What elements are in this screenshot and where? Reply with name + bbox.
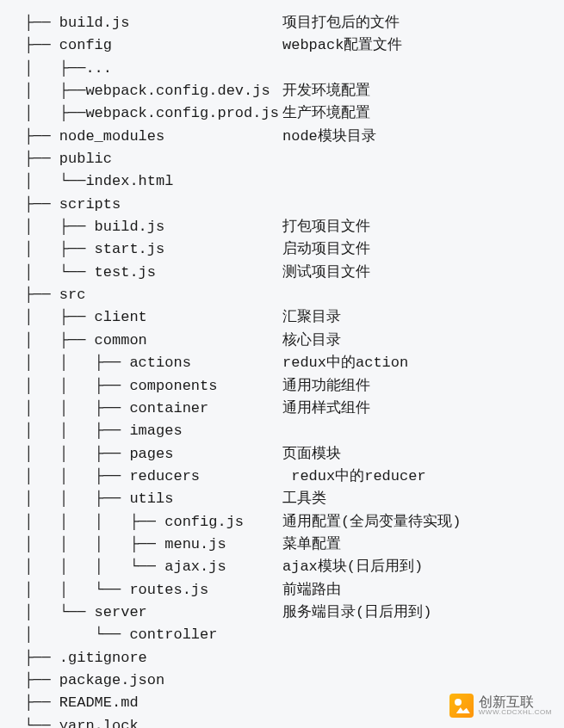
tree-path: ├── config [24,34,282,57]
tree-row: ├── node_modulesnode模块目录 [24,126,564,148]
tree-description: 工具类 [282,488,564,510]
tree-description: 启动项目文件 [282,238,564,261]
tree-path: │ ├── build.js [24,216,282,238]
tree-path: │ │ │ ├── config.js [24,511,282,534]
tree-row: │ ├──webpack.config.prod.js生产环境配置 [24,102,564,125]
tree-description: 开发环境配置 [282,80,564,102]
tree-row: │ ├── client汇聚目录 [24,306,564,329]
tree-description [282,669,564,692]
tree-path: ├── public [24,148,282,170]
watermark-sub: WWW.CDCXHL.COM [479,709,552,717]
tree-row: │ └──index.html [24,170,564,193]
tree-path: └── yarn.lock [24,715,282,728]
watermark-text: 创新互联 WWW.CDCXHL.COM [479,694,552,717]
tree-path: │ │ ├── components [24,375,282,398]
tree-row: │ │ ├── actionsredux中的action [24,352,564,374]
tree-description: 服务端目录(日后用到) [282,602,564,624]
tree-path: │ │ ├── images [24,420,282,442]
tree-description: ajax模块(日后用到) [282,556,564,578]
tree-description: 项目打包后的文件 [282,12,564,34]
tree-path: │ │ │ └── ajax.js [24,556,282,578]
tree-path: │ ├── common [24,330,282,352]
tree-row: ├── scripts [24,194,564,216]
tree-path: ├── package.json [24,669,282,692]
tree-path: │ ├──webpack.config.dev.js [24,80,282,102]
tree-row: ├── build.js项目打包后的文件 [24,12,564,34]
tree-row: │ ├──... [24,58,564,80]
tree-row: │ │ │ ├── config.js通用配置(全局变量待实现) [24,511,564,534]
tree-row: ├── configwebpack配置文件 [24,34,564,57]
tree-description [282,170,564,193]
tree-row: │ │ ├── reducers redux中的reducer [24,466,564,488]
tree-description [282,58,564,80]
tree-path: ├── README.md [24,692,282,714]
tree-description: 生产环境配置 [282,102,564,125]
tree-description: 打包项目文件 [282,216,564,238]
tree-path: │ │ ├── reducers [24,466,282,488]
tree-path: ├── src [24,284,282,306]
file-tree: ├── build.js项目打包后的文件├── configwebpack配置文… [0,12,564,728]
tree-row: │ │ ├── utils工具类 [24,488,564,510]
tree-path: │ └── controller [24,624,282,646]
tree-description [282,284,564,306]
tree-row: │ ├── start.js启动项目文件 [24,238,564,261]
tree-path: │ ├── start.js [24,238,282,261]
tree-row: ├── package.json [24,669,564,692]
tree-description: 核心目录 [282,330,564,352]
tree-row: │ │ ├── components通用功能组件 [24,375,564,398]
tree-row: │ ├── build.js打包项目文件 [24,216,564,238]
tree-path: │ └── server [24,602,282,624]
tree-path: ├── .gitignore [24,647,282,669]
tree-description: 测试项目文件 [282,262,564,284]
tree-row: │ │ ├── pages页面模块 [24,443,564,466]
tree-path: │ │ ├── container [24,398,282,420]
tree-description [282,148,564,170]
tree-row: ├── src [24,284,564,306]
tree-path: │ └──index.html [24,170,282,193]
watermark-main: 创新互联 [479,694,552,710]
tree-row: │ └── server服务端目录(日后用到) [24,602,564,624]
tree-description: redux中的action [282,352,564,374]
tree-row: │ └── test.js测试项目文件 [24,262,564,284]
tree-description [282,624,564,646]
tree-description: 通用功能组件 [282,375,564,398]
tree-row: ├── .gitignore [24,647,564,669]
tree-path: ├── scripts [24,194,282,216]
tree-path: │ │ │ ├── menu.js [24,534,282,556]
tree-description: 汇聚目录 [282,306,564,329]
watermark: 创新互联 WWW.CDCXHL.COM [449,694,552,718]
tree-path: ├── build.js [24,12,282,34]
tree-path: │ │ ├── pages [24,443,282,466]
tree-row: │ │ └── routes.js前端路由 [24,579,564,602]
tree-row: │ │ ├── images [24,420,564,442]
tree-path: ├── node_modules [24,126,282,148]
tree-description: webpack配置文件 [282,34,564,57]
tree-path: │ │ ├── actions [24,352,282,374]
tree-row: │ ├──webpack.config.dev.js开发环境配置 [24,80,564,102]
tree-path: │ │ ├── utils [24,488,282,510]
tree-path: │ └── test.js [24,262,282,284]
tree-path: │ ├── client [24,306,282,329]
tree-row: │ ├── common核心目录 [24,330,564,352]
tree-description: redux中的reducer [282,466,564,488]
tree-description: 前端路由 [282,579,564,602]
tree-row: ├── public [24,148,564,170]
tree-row: │ └── controller [24,624,564,646]
tree-description [282,420,564,442]
tree-row: │ │ ├── container通用样式组件 [24,398,564,420]
tree-path: │ │ └── routes.js [24,579,282,602]
tree-row: │ │ │ ├── menu.js菜单配置 [24,534,564,556]
tree-path: │ ├──... [24,58,282,80]
watermark-logo-icon [449,694,474,718]
tree-row: │ │ │ └── ajax.jsajax模块(日后用到) [24,556,564,578]
tree-description: 通用样式组件 [282,398,564,420]
tree-description: 页面模块 [282,443,564,466]
tree-description [282,194,564,216]
tree-description: 通用配置(全局变量待实现) [282,511,564,534]
tree-description: 菜单配置 [282,534,564,556]
tree-path: │ ├──webpack.config.prod.js [24,102,282,125]
tree-description [282,647,564,669]
tree-description: node模块目录 [282,126,564,148]
